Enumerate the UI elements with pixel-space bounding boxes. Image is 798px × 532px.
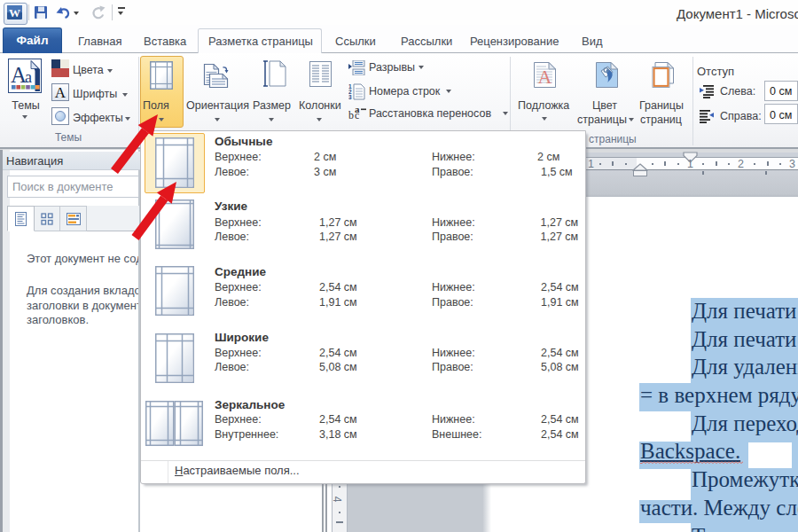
svg-text:W: W: [9, 6, 20, 20]
svg-text:a: a: [25, 68, 32, 86]
svg-text:A: A: [538, 66, 552, 88]
svg-text:a: a: [355, 106, 360, 114]
svg-text:3: 3: [348, 94, 352, 100]
svg-text:b: b: [348, 109, 354, 121]
